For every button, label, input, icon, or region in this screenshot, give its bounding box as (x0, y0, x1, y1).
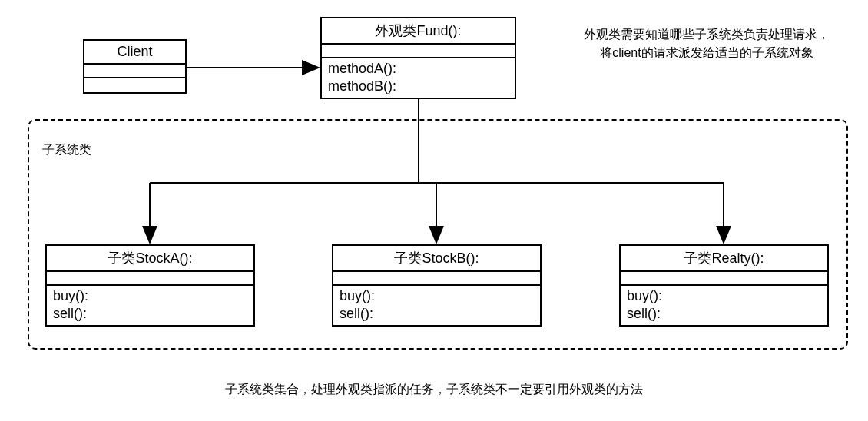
client-attrs (84, 65, 185, 78)
stocka-methods: buy(): sell(): (47, 286, 253, 325)
stockb-attrs (333, 272, 540, 286)
client-title: Client (84, 41, 185, 65)
stocka-sell: sell(): (53, 305, 247, 323)
facade-method-a: methodA(): (328, 60, 509, 78)
realty-title: 子类Realty(): (621, 246, 827, 272)
realty-attrs (621, 272, 827, 286)
stocka-attrs (47, 272, 253, 286)
stocka-title: 子类StockA(): (47, 246, 253, 272)
uml-stockb-box: 子类StockB(): buy(): sell(): (332, 244, 542, 327)
facade-method-b: methodB(): (328, 78, 509, 95)
realty-sell: sell(): (627, 305, 821, 323)
uml-stocka-box: 子类StockA(): buy(): sell(): (45, 244, 255, 327)
stockb-title: 子类StockB(): (333, 246, 540, 272)
stocka-buy: buy(): (53, 287, 247, 305)
facade-title: 外观类Fund(): (322, 18, 515, 45)
stockb-methods: buy(): sell(): (333, 286, 540, 325)
facade-annotation: 外观类需要知道哪些子系统类负责处理请求， 将client的请求派发给适当的子系统… (553, 25, 860, 62)
uml-realty-box: 子类Realty(): buy(): sell(): (619, 244, 829, 327)
uml-client-box: Client (83, 39, 187, 94)
stockb-buy: buy(): (340, 287, 534, 305)
bottom-caption: 子系统类集合，处理外观类指派的任务，子系统类不一定要引用外观类的方法 (131, 382, 737, 398)
client-methods (84, 78, 185, 92)
annotation-line1: 外观类需要知道哪些子系统类负责处理请求， (553, 25, 860, 44)
facade-attrs (322, 45, 515, 58)
annotation-line2: 将client的请求派发给适当的子系统对象 (553, 44, 860, 62)
subsystem-label: 子系统类 (42, 142, 91, 158)
realty-methods: buy(): sell(): (621, 286, 827, 325)
facade-methods: methodA(): methodB(): (322, 58, 515, 98)
uml-facade-box: 外观类Fund(): methodA(): methodB(): (320, 17, 516, 99)
realty-buy: buy(): (627, 287, 821, 305)
stockb-sell: sell(): (340, 305, 534, 323)
